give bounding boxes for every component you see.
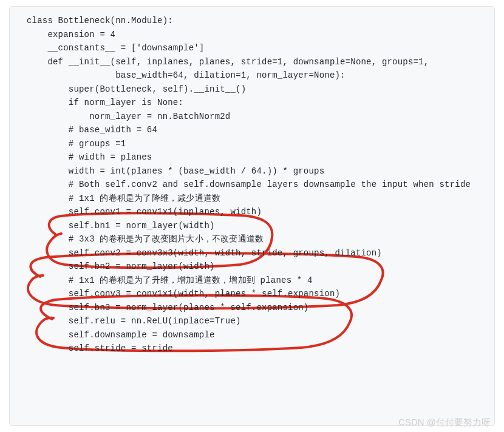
code-line: self.bn3 = norm_layer(planes * self.expa… (10, 301, 494, 315)
code-line: super(Bottleneck, self).__init__() (10, 83, 494, 96)
code-line: self.relu = nn.ReLU(inplace=True) (10, 314, 494, 328)
code-line: self.bn2 = norm_layer(width) (10, 260, 494, 274)
code-block: class Bottleneck(nn.Module): expansion =… (9, 6, 495, 426)
code-line: # base_width = 64 (10, 123, 494, 137)
code-line: __constants__ = ['downsample'] (10, 41, 494, 55)
watermark: CSDN @付付要努力呀 (398, 417, 491, 428)
code-line: expansion = 4 (10, 28, 494, 42)
code-line: self.downsample = downsample (10, 328, 494, 342)
code-lines: class Bottleneck(nn.Module): expansion =… (10, 14, 494, 356)
code-line: class Bottleneck(nn.Module): (10, 14, 494, 28)
code-line: # width = planes (10, 150, 494, 164)
code-line: # 1x1 的卷积是为了降维，减少通道数 (10, 192, 494, 206)
code-line: def __init__(self, inplanes, planes, str… (10, 55, 494, 69)
code-line: self.stride = stride (10, 342, 494, 356)
code-line: norm_layer = nn.BatchNorm2d (10, 110, 494, 124)
code-line: self.conv3 = conv1x1(width, planes * sel… (10, 287, 494, 301)
code-line: self.conv2 = conv3x3(width, width, strid… (10, 246, 494, 260)
code-line: base_width=64, dilation=1, norm_layer=No… (10, 69, 494, 83)
code-line: # 3x3 的卷积是为了改变图片大小，不改变通道数 (10, 232, 494, 246)
code-line: # Both self.conv2 and self.downsample la… (10, 178, 494, 192)
code-line: self.conv1 = conv1x1(inplanes, width) (10, 205, 494, 219)
code-line: if norm_layer is None: (10, 96, 494, 110)
code-line: # groups =1 (10, 137, 494, 151)
code-line: self.bn1 = norm_layer(width) (10, 219, 494, 233)
code-line: width = int(planes * (base_width / 64.))… (10, 164, 494, 178)
code-line: # 1x1 的卷积是为了升维，增加通道数，增加到 planes * 4 (10, 274, 494, 288)
